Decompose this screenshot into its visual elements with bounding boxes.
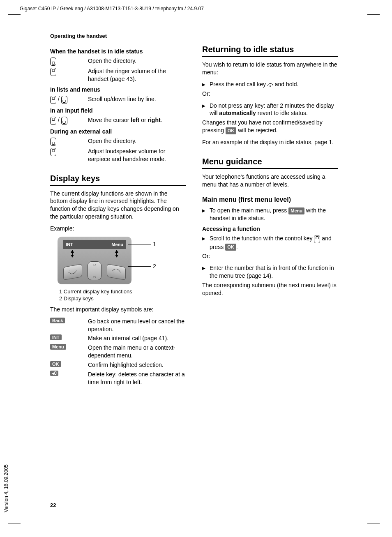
bullet-scroll-function: Scroll to the function with the control … <box>210 235 338 251</box>
bullet-end-call: Press the end call key and hold. <box>210 81 338 88</box>
para-symbols-intro: The most important display symbols are: <box>50 306 186 313</box>
para-idle-example: For an example of the display in idle st… <box>202 138 338 146</box>
running-head: Operating the handset <box>50 33 346 39</box>
bullet-open-main-menu: To open the main menu, press Menu with t… <box>210 207 338 222</box>
control-key-up-icon <box>50 68 56 76</box>
fig-caption-2: 2 Display keys <box>59 295 186 302</box>
figure-handset: INT Menu 1 2 <box>58 237 173 287</box>
para-return-intro: You wish to return to idle status from a… <box>202 61 338 76</box>
para-display-keys: The current display functions are shown … <box>50 190 186 221</box>
subhead-lists: In lists and menus <box>50 86 186 93</box>
bullet-arrow-icon <box>202 102 210 118</box>
fig-caption-1: 1 Current display key functions <box>59 288 186 295</box>
subhead-idle: When the handset is in idle status <box>50 48 186 55</box>
heading-display-keys: Display keys <box>50 174 186 186</box>
page-number: 22 <box>50 502 56 508</box>
fig-label-int: INT <box>66 242 73 247</box>
bullet-enter-number: Enter the number that is in front of the… <box>210 264 338 280</box>
bullet-auto-revert: Do not press any key: after 2 minutes th… <box>210 102 338 118</box>
heading-return-idle: Returning to idle status <box>202 45 338 57</box>
header-path: Gigaset C450 IP / Greek eng / A31008-M17… <box>20 6 204 12</box>
or-2: Or: <box>202 252 338 260</box>
slash: / <box>58 116 60 123</box>
control-key-down-icon <box>50 138 56 146</box>
desc-scroll: Scroll up/down line by line. <box>88 95 186 104</box>
desc-cursor: Move the cursor left or right. <box>88 116 186 125</box>
desc-loudspeaker: Adjust loudspeaker volume for earpiece a… <box>88 148 186 163</box>
control-key-up-icon <box>314 235 320 243</box>
callout-2: 2 <box>153 263 156 270</box>
fig-label-menu: Menu <box>111 242 123 247</box>
subhead-accessing: Accessing a function <box>202 226 338 232</box>
badge-menu-inline: Menu <box>288 207 304 214</box>
heading-menu-guidance: Menu guidance <box>202 157 338 169</box>
right-column: Returning to idle status You wish to ret… <box>202 45 338 388</box>
bullet-arrow-icon <box>202 81 210 88</box>
para-menu-guidance: Your telephone's functions are accessed … <box>202 173 338 189</box>
version-text: Version 4, 16.09.2005 <box>3 464 9 512</box>
bullet-arrow-icon <box>202 264 210 280</box>
para-submenu: The corresponding submenu (the next menu… <box>202 281 338 297</box>
heading-main-menu: Main menu (first menu level) <box>202 196 338 203</box>
subhead-external-call: During an external call <box>50 128 186 135</box>
control-key-down-icon <box>61 117 67 125</box>
desc-back: Go back one menu level or cancel the ope… <box>88 318 186 333</box>
control-key-down-icon <box>50 58 56 66</box>
callout-1: 1 <box>153 241 156 247</box>
control-key-up-icon <box>50 148 56 156</box>
badge-ok: OK <box>50 361 61 367</box>
bullet-arrow-icon <box>202 207 210 222</box>
badge-int: INT <box>50 334 62 340</box>
fig-nav-key <box>88 261 101 280</box>
badge-menu: Menu <box>50 344 66 350</box>
slash: / <box>58 95 60 102</box>
desc-open-directory: Open the directory. <box>88 57 186 66</box>
badge-ok-inline-2: OK <box>225 244 236 251</box>
crop-mark <box>8 523 21 523</box>
bullet-arrow-icon <box>202 235 210 251</box>
badge-delete-c: ◂C <box>50 371 58 376</box>
badge-back: Back <box>50 318 65 323</box>
crop-mark <box>8 14 21 15</box>
control-key-up-icon <box>50 117 56 125</box>
example-label: Example: <box>50 225 186 233</box>
desc-menu: Open the main menu or a context-dependen… <box>88 344 186 360</box>
crop-mark <box>367 523 380 523</box>
subhead-input-field: In an input field <box>50 107 186 114</box>
crop-mark <box>367 14 380 15</box>
control-key-down-icon <box>61 96 67 104</box>
desc-ok: Confirm highlighted selection. <box>88 361 186 369</box>
desc-delete: Delete key: deletes one character at a t… <box>88 371 186 386</box>
end-call-key-icon <box>267 83 273 87</box>
control-key-up-icon <box>50 96 56 104</box>
desc-ringer-volume: Adjust the ringer volume of the handset … <box>88 67 186 83</box>
para-rejected: Changes that you have not confirmed/save… <box>202 119 338 134</box>
badge-ok-inline: OK <box>226 127 237 134</box>
desc-open-directory-2: Open the directory. <box>88 137 186 146</box>
left-column: When the handset is in idle status Open … <box>50 45 186 388</box>
fig-softkey-right <box>107 264 126 280</box>
or-1: Or: <box>202 90 338 98</box>
desc-int: Make an internal call (page 41). <box>88 334 186 342</box>
page-content: Operating the handset When the handset i… <box>50 33 346 388</box>
fig-softkey-left <box>63 264 82 280</box>
